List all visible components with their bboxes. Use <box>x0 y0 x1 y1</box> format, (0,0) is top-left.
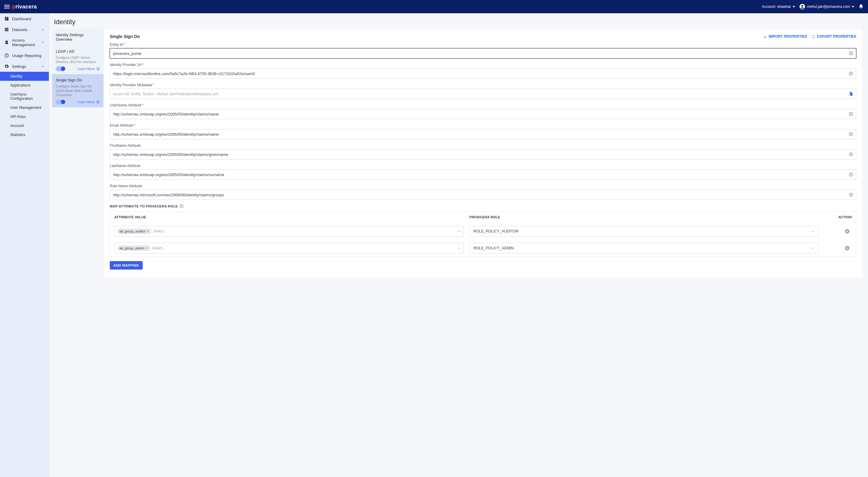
avatar-icon <box>799 4 805 10</box>
info-icon[interactable] <box>849 193 853 197</box>
chip: ad_group_auditor ✕ <box>117 228 151 234</box>
external-link-icon <box>96 100 100 104</box>
dashboard-icon <box>4 16 9 21</box>
chevron-down-icon <box>852 6 854 7</box>
sidebar-item-usersync[interactable]: UserSync Configuration <box>0 90 49 103</box>
upload-icon <box>811 34 815 39</box>
attr-value-select[interactable]: ad_group_auditor ✕ <box>114 226 464 237</box>
overview-panel: Identity Settings Overview LDAP / AD Con… <box>52 29 103 107</box>
card-sso[interactable]: Single Sign On Configure Single Sign On … <box>52 74 103 107</box>
card-title: LDAP / AD <box>56 49 100 54</box>
info-icon[interactable] <box>180 204 184 208</box>
card-ldap[interactable]: LDAP / AD Configure LDAP / Active Direct… <box>52 45 103 74</box>
user-menu[interactable]: mehul.jain@privacera.com <box>799 4 854 10</box>
svg-point-24 <box>851 153 851 154</box>
input-last-attr[interactable] <box>110 169 856 180</box>
sidebar-item-identity[interactable]: Identity <box>0 72 49 81</box>
info-icon[interactable] <box>849 71 853 76</box>
settings-subitems: Identity Applications UserSync Configura… <box>0 72 49 139</box>
sidebar-label: Settings <box>12 64 38 69</box>
reporting-icon <box>4 53 9 58</box>
download-icon <box>763 34 767 39</box>
card-desc: Configure Single Sign On (SSO) Mode With… <box>56 84 100 97</box>
svg-rect-2 <box>5 17 6 19</box>
file-upload-icon[interactable] <box>849 92 853 96</box>
close-icon[interactable]: ✕ <box>146 247 148 250</box>
input-entity-id[interactable] <box>110 48 856 59</box>
role-select[interactable]: ROLE_POLICY_ADMIN <box>470 243 819 254</box>
svg-point-21 <box>851 133 851 133</box>
sidebar-item-datasets[interactable]: Datasets <box>0 24 49 35</box>
chip-input-field[interactable] <box>153 229 455 233</box>
role-select[interactable]: ROLE_POLICY_AUDITOR <box>470 226 819 237</box>
datasets-icon <box>4 27 9 32</box>
sidebar-label: Access Management <box>12 38 38 47</box>
label-entity-id: Entity Id <box>110 42 123 47</box>
sidebar-item-applications[interactable]: Applications <box>0 81 49 90</box>
info-icon[interactable] <box>849 172 853 177</box>
chip-input-field[interactable] <box>152 246 456 250</box>
info-icon[interactable] <box>849 112 853 116</box>
appbar: privacera Account: strawhat mehul.jain@p… <box>0 0 868 13</box>
overview-header: Identity Settings Overview <box>52 29 103 45</box>
input-username-attr[interactable] <box>110 109 856 119</box>
toggle-ldap[interactable] <box>56 66 65 71</box>
info-icon[interactable] <box>849 152 853 157</box>
delete-icon[interactable] <box>844 246 850 251</box>
chip: ad_group_admin ✕ <box>117 246 151 251</box>
chevron-down-icon <box>793 6 795 7</box>
info-icon[interactable] <box>849 132 853 136</box>
right-account-block: Account: strawhat mehul.jain@privacera.c… <box>762 4 864 10</box>
account-label: Account: strawhat <box>762 4 790 9</box>
input-idp-url[interactable] <box>110 68 856 79</box>
import-properties-link[interactable]: IMPORT PROPERTIES <box>763 34 807 39</box>
content-wrap: Identity Identity Settings Overview LDAP… <box>49 13 868 477</box>
label-username-attr: UserName Attribute <box>110 103 142 107</box>
map-table: ATTRIBUTE VALUE PRIVACERA ROLE ACTION ad… <box>110 211 856 257</box>
sidebar-item-usage-reporting[interactable]: Usage Reporting <box>0 50 49 61</box>
svg-point-27 <box>851 173 851 174</box>
info-icon[interactable] <box>849 51 853 56</box>
input-email-attr[interactable] <box>110 129 856 139</box>
hamburger-icon[interactable] <box>4 4 10 10</box>
chevron-down-icon <box>457 246 461 250</box>
sidebar-item-settings[interactable]: Settings <box>0 61 49 72</box>
svg-rect-8 <box>5 30 8 31</box>
export-properties-link[interactable]: EXPORT PROPERTIES <box>811 34 856 39</box>
table-row: ad_group_auditor ✕ ROLE_POLICY_AUDITOR <box>110 223 856 240</box>
account-switcher[interactable]: Account: strawhat <box>762 4 795 9</box>
brand-rest: rivacera <box>16 4 37 10</box>
close-icon[interactable]: ✕ <box>147 230 149 233</box>
input-idp-meta[interactable] <box>110 89 856 99</box>
chevron-down-icon <box>811 229 815 233</box>
add-mapping-button[interactable]: ADD MAPPING <box>110 261 143 269</box>
input-first-attr[interactable] <box>110 149 856 159</box>
label-last-attr: LastName Attribute <box>110 164 141 168</box>
sidebar-item-api-keys[interactable]: API Keys <box>0 112 49 121</box>
sidebar-item-dashboard[interactable]: Dashboard <box>0 13 49 24</box>
svg-rect-7 <box>5 29 8 30</box>
col-attr: ATTRIBUTE VALUE <box>114 215 470 219</box>
svg-rect-6 <box>5 28 8 29</box>
form-card: Single Sign On IMPORT PROPERTIES EXPORT … <box>103 29 863 278</box>
sidebar-item-user-management[interactable]: User Management <box>0 103 49 112</box>
external-link-icon <box>96 67 100 70</box>
svg-rect-4 <box>5 19 6 21</box>
form-title: Single Sign On <box>110 34 140 39</box>
bell-icon[interactable] <box>858 4 864 9</box>
learn-more-link[interactable]: Learn More <box>77 100 100 104</box>
sidebar-label: Datasets <box>12 27 38 32</box>
learn-more-link[interactable]: Learn More <box>77 67 100 70</box>
page-title: Identity <box>49 13 868 29</box>
sidebar-item-access-management[interactable]: Access Management <box>0 35 49 50</box>
gear-icon <box>4 64 9 69</box>
sidebar-item-statistics[interactable]: Statistics <box>0 130 49 139</box>
chevron-down-icon <box>41 28 44 31</box>
sidebar-item-account[interactable]: Account <box>0 121 49 130</box>
toggle-sso[interactable] <box>56 99 65 104</box>
chevron-down-icon <box>457 229 461 233</box>
attr-value-select[interactable]: ad_group_admin ✕ <box>114 243 464 254</box>
input-role-attr[interactable] <box>110 190 856 200</box>
brand-logo: privacera <box>12 4 37 10</box>
delete-icon[interactable] <box>844 228 850 234</box>
